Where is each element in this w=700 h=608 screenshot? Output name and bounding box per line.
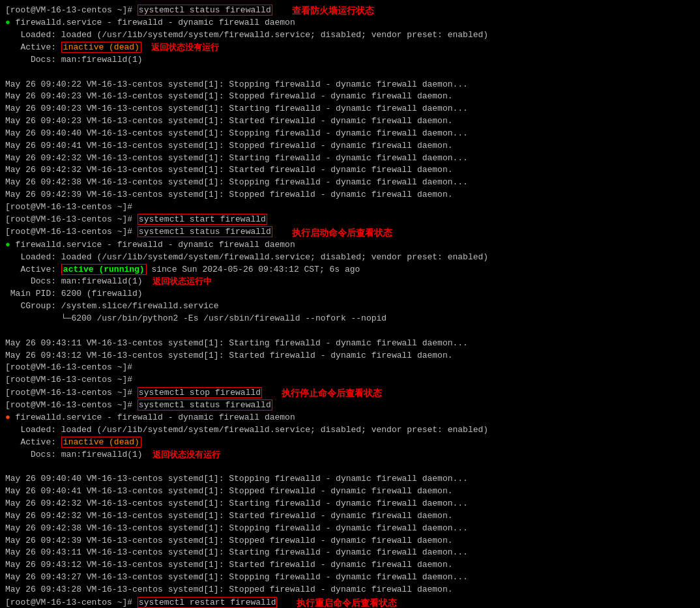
log-2-1: May 26 09:43:11 VM-16-13-centos systemd[… xyxy=(5,338,695,350)
annotation-inactive-2: 返回状态没有运行 xyxy=(153,449,220,461)
log-1-6: May 26 09:40:41 VM-16-13-centos systemd[… xyxy=(5,140,695,152)
log-3-3: May 26 09:42:32 VM-16-13-centos systemd[… xyxy=(5,498,695,510)
terminal: [root@VM-16-13-centos ~]# systemctl stat… xyxy=(5,4,695,608)
line-stop-loaded: Loaded: loaded (/usr/lib/systemd/system/… xyxy=(5,424,695,437)
log-3-9: May 26 09:43:27 VM-16-13-centos systemd[… xyxy=(5,572,695,584)
log-1-7: May 26 09:42:32 VM-16-13-centos systemd[… xyxy=(5,152,695,165)
line-5: Docs: man:firewalld(1) xyxy=(5,54,695,66)
line-stop-active: Active: inactive (dead) xyxy=(5,437,695,449)
line-1: [root@VM-16-13-centos ~]# systemctl stat… xyxy=(5,4,695,17)
line-stop-1: [root@VM-16-13-centos ~]# systemctl stop… xyxy=(5,386,695,399)
log-1-3: May 26 09:40:23 VM-16-13-centos systemd[… xyxy=(5,103,695,115)
annotation-restart-status: 执行重启命令后查看状态 xyxy=(297,596,397,608)
line-restart-1: [root@VM-16-13-centos ~]# systemctl rest… xyxy=(5,596,695,608)
log-3-1: May 26 09:40:40 VM-16-13-centos systemd[… xyxy=(5,473,695,485)
log-1-9: May 26 09:42:38 VM-16-13-centos systemd[… xyxy=(5,177,695,189)
log-1-4: May 26 09:40:23 VM-16-13-centos systemd[… xyxy=(5,115,695,128)
line-blank-3 xyxy=(5,325,695,338)
line-blank-6 xyxy=(5,461,695,474)
line-start-1: [root@VM-16-13-centos ~]# systemctl star… xyxy=(5,214,695,226)
log-2-2: May 26 09:43:12 VM-16-13-centos systemd[… xyxy=(5,350,695,362)
line-blank-4: [root@VM-16-13-centos ~]# xyxy=(5,362,695,374)
cmd-status-1: systemctl status firewalld xyxy=(138,5,272,16)
cmd-status-2: systemctl status firewalld xyxy=(138,226,272,237)
annotation-active-1: 返回状态运行中 xyxy=(153,276,212,288)
line-active-dot: ● firewalld.service - firewalld - dynami… xyxy=(5,239,695,252)
cmd-stop: systemctl stop firewalld xyxy=(138,387,262,398)
line-4: Active: inactive (dead) 返回状态没有运行 xyxy=(5,42,695,54)
log-3-10: May 26 09:43:28 VM-16-13-centos systemd[… xyxy=(5,584,695,596)
line-blank-1 xyxy=(5,66,695,79)
cmd-restart: systemctl restart firewalld xyxy=(138,597,278,608)
log-1-2: May 26 09:40:23 VM-16-13-centos systemd[… xyxy=(5,91,695,103)
prompt-1: [root@VM-16-13-centos ~]# systemctl stat… xyxy=(5,5,272,17)
annotation-check-firewall: 查看防火墙运行状态 xyxy=(292,4,374,17)
log-3-5: May 26 09:42:38 VM-16-13-centos systemd[… xyxy=(5,523,695,535)
line-start-2: [root@VM-16-13-centos ~]# systemctl stat… xyxy=(5,226,695,239)
line-active-pid: Main PID: 6200 (firewalld) xyxy=(5,288,695,300)
log-1-8: May 26 09:42:32 VM-16-13-centos systemd[… xyxy=(5,164,695,177)
annotation-start-status: 执行启动命令后查看状态 xyxy=(292,226,392,239)
line-active-status: Active: active (running) since Sun 2024-… xyxy=(5,264,695,276)
line-active-docs: Docs: man:firewalld(1) 返回状态运行中 xyxy=(5,276,695,288)
cmd-status-3: systemctl status firewalld xyxy=(138,399,272,411)
line-blank-5: [root@VM-16-13-centos ~]# xyxy=(5,374,695,386)
log-3-4: May 26 09:42:32 VM-16-13-centos systemd[… xyxy=(5,510,695,523)
line-stop-dot: ● firewalld.service - firewalld - dynami… xyxy=(5,412,695,424)
line-active-loaded: Loaded: loaded (/usr/lib/systemd/system/… xyxy=(5,252,695,264)
log-1-5: May 26 09:40:40 VM-16-13-centos systemd[… xyxy=(5,128,695,140)
line-2: ● firewalld.service - firewalld - dynami… xyxy=(5,17,695,29)
log-1-10: May 26 09:42:39 VM-16-13-centos systemd[… xyxy=(5,189,695,201)
log-3-2: May 26 09:40:41 VM-16-13-centos systemd[… xyxy=(5,485,695,498)
line-active-cgroup: CGroup: /system.slice/firewalld.service xyxy=(5,300,695,313)
log-3-8: May 26 09:43:12 VM-16-13-centos systemd[… xyxy=(5,559,695,572)
cmd-start: systemctl start firewalld xyxy=(138,214,267,225)
line-3: Loaded: loaded (/usr/lib/systemd/system/… xyxy=(5,29,695,42)
line-stop-docs: Docs: man:firewalld(1) 返回状态没有运行 xyxy=(5,449,695,461)
inactive-badge-1: inactive (dead) xyxy=(61,42,141,53)
log-3-6: May 26 09:42:39 VM-16-13-centos systemd[… xyxy=(5,535,695,547)
line-blank-2: [root@VM-16-13-centos ~]# xyxy=(5,201,695,214)
annotation-inactive-1: 返回状态没有运行 xyxy=(151,42,219,54)
log-3-7: May 26 09:43:11 VM-16-13-centos systemd[… xyxy=(5,547,695,559)
line-stop-2: [root@VM-16-13-centos ~]# systemctl stat… xyxy=(5,399,695,412)
inactive-badge-2: inactive (dead) xyxy=(61,437,141,448)
annotation-stop-status: 执行停止命令后查看状态 xyxy=(282,386,382,399)
line-active-cgroup2: └─6200 /usr/bin/python2 -Es /usr/sbin/fi… xyxy=(5,313,695,325)
active-badge-1: active (running) xyxy=(61,264,147,275)
log-1-1: May 26 09:40:22 VM-16-13-centos systemd[… xyxy=(5,79,695,91)
